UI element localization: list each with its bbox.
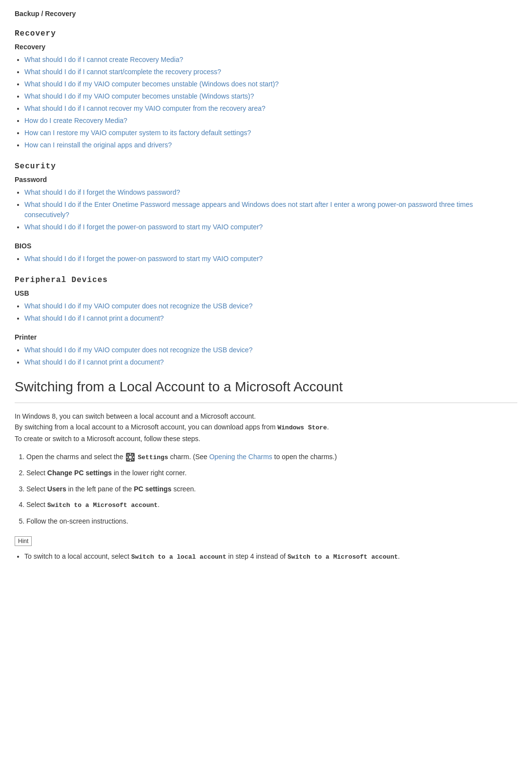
svg-rect-7	[127, 458, 129, 460]
bios-links: What should I do if I forget the power-o…	[15, 254, 517, 264]
usb-link-2[interactable]: What should I do if I cannot print a doc…	[24, 314, 164, 322]
hint-switch-local: Switch to a local account	[131, 553, 226, 561]
list-item: What should I do if my VAIO computer bec…	[24, 79, 517, 89]
usb-links: What should I do if my VAIO computer doe…	[15, 301, 517, 324]
recovery-link-6[interactable]: How do I create Recovery Media?	[24, 117, 127, 124]
recovery-link-list: What should I do if I cannot create Reco…	[24, 55, 517, 150]
recovery-section-title: Recovery	[15, 29, 517, 38]
usb-subsection-title: USB	[15, 289, 517, 297]
printer-links: What should I do if my VAIO computer doe…	[15, 345, 517, 367]
password-link-2[interactable]: What should I do if the Enter Onetime Pa…	[24, 201, 473, 219]
usb-link-list: What should I do if my VAIO computer doe…	[24, 301, 517, 324]
recovery-link-3[interactable]: What should I do if my VAIO computer bec…	[24, 80, 279, 88]
step3-users-label: Users	[47, 485, 66, 493]
list-item: What should I do if I forget the Windows…	[24, 187, 517, 198]
step-3: Select Users in the left pane of the PC …	[26, 484, 517, 494]
hint-switch-microsoft: Switch to a Microsoft account	[287, 553, 398, 561]
step-4: Select Switch to a Microsoft account.	[26, 499, 517, 511]
peripheral-section-title: Peripheral Devices	[15, 276, 517, 284]
list-item: What should I do if I forget the power-o…	[24, 222, 517, 232]
list-item: What should I do if my VAIO computer doe…	[24, 301, 517, 311]
breadcrumb: Backup / Recovery	[15, 10, 517, 18]
article-intro: In Windows 8, you can switch between a l…	[15, 411, 517, 445]
step-5: Follow the on-screen instructions.	[26, 516, 517, 526]
usb-link-1[interactable]: What should I do if my VAIO computer doe…	[24, 302, 252, 310]
svg-rect-1	[130, 453, 131, 455]
password-link-1[interactable]: What should I do if I forget the Windows…	[24, 188, 180, 196]
hint-list: To switch to a local account, select Swi…	[24, 551, 517, 563]
password-subsection-title: Password	[15, 176, 517, 183]
list-item: What should I do if I forget the power-o…	[24, 254, 517, 264]
step1-settings-label: Settings	[138, 454, 168, 461]
windows-store-label: Windows Store	[278, 424, 327, 431]
settings-gear-icon	[126, 453, 135, 462]
password-links: What should I do if I forget the Windows…	[15, 187, 517, 232]
list-item: How do I create Recovery Media?	[24, 116, 517, 126]
step3-pcsettings-label: PC settings	[134, 485, 171, 493]
list-item: What should I do if my VAIO computer doe…	[24, 345, 517, 355]
svg-rect-3	[126, 457, 128, 458]
recovery-subsection-title: Recovery	[15, 43, 517, 51]
svg-rect-5	[127, 454, 129, 456]
recovery-link-2[interactable]: What should I do if I cannot start/compl…	[24, 68, 221, 76]
list-item: What should I do if I cannot start/compl…	[24, 67, 517, 77]
security-section-title: Security	[15, 162, 517, 171]
recovery-link-4[interactable]: What should I do if my VAIO computer bec…	[24, 92, 254, 100]
recovery-link-5[interactable]: What should I do if I cannot recover my …	[24, 104, 266, 112]
list-item: What should I do if I cannot create Reco…	[24, 55, 517, 65]
hint-box: Hint	[15, 536, 32, 546]
intro-line-1: In Windows 8, you can switch between a l…	[15, 411, 517, 422]
list-item: What should I do if I cannot print a doc…	[24, 357, 517, 367]
intro-line-2: By switching from a local account to a M…	[15, 422, 517, 433]
svg-rect-6	[132, 454, 133, 456]
svg-rect-8	[132, 458, 133, 460]
recovery-link-8[interactable]: How can I reinstall the original apps an…	[24, 141, 172, 149]
list-item: How can I reinstall the original apps an…	[24, 140, 517, 150]
svg-rect-4	[133, 457, 134, 458]
recovery-link-7[interactable]: How can I restore my VAIO computer syste…	[24, 129, 251, 137]
list-item: How can I restore my VAIO computer syste…	[24, 128, 517, 138]
step-1: Open the charms and select the Settings …	[26, 451, 517, 463]
intro-line-3: To create or switch to a Microsoft accou…	[15, 433, 517, 444]
steps-list: Open the charms and select the Settings …	[26, 451, 517, 527]
list-item: What should I do if my VAIO computer bec…	[24, 91, 517, 101]
list-item: What should I do if I cannot print a doc…	[24, 313, 517, 324]
step4-switch-label: Switch to a Microsoft account	[47, 502, 158, 509]
list-item: What should I do if the Enter Onetime Pa…	[24, 200, 517, 220]
printer-link-list: What should I do if my VAIO computer doe…	[24, 345, 517, 367]
svg-rect-2	[130, 460, 131, 461]
password-link-3[interactable]: What should I do if I forget the power-o…	[24, 223, 263, 231]
opening-charms-link[interactable]: Opening the Charms	[209, 453, 272, 461]
printer-link-1[interactable]: What should I do if my VAIO computer doe…	[24, 346, 252, 354]
bios-link-list: What should I do if I forget the power-o…	[24, 254, 517, 264]
printer-link-2[interactable]: What should I do if I cannot print a doc…	[24, 358, 164, 366]
bios-subsection-title: BIOS	[15, 242, 517, 250]
article-divider	[15, 403, 517, 403]
svg-point-0	[129, 456, 132, 459]
bios-link-1[interactable]: What should I do if I forget the power-o…	[24, 255, 263, 263]
step-2: Select Change PC settings in the lower r…	[26, 467, 517, 478]
printer-subsection-title: Printer	[15, 333, 517, 341]
recovery-links: What should I do if I cannot create Reco…	[15, 55, 517, 150]
article-title: Switching from a Local Account to a Micr…	[15, 379, 517, 395]
recovery-link-1[interactable]: What should I do if I cannot create Reco…	[24, 56, 183, 63]
list-item: What should I do if I cannot recover my …	[24, 103, 517, 114]
step2-bold-text: Change PC settings	[47, 469, 112, 477]
hint-item: To switch to a local account, select Swi…	[24, 551, 517, 563]
password-link-list: What should I do if I forget the Windows…	[24, 187, 517, 232]
